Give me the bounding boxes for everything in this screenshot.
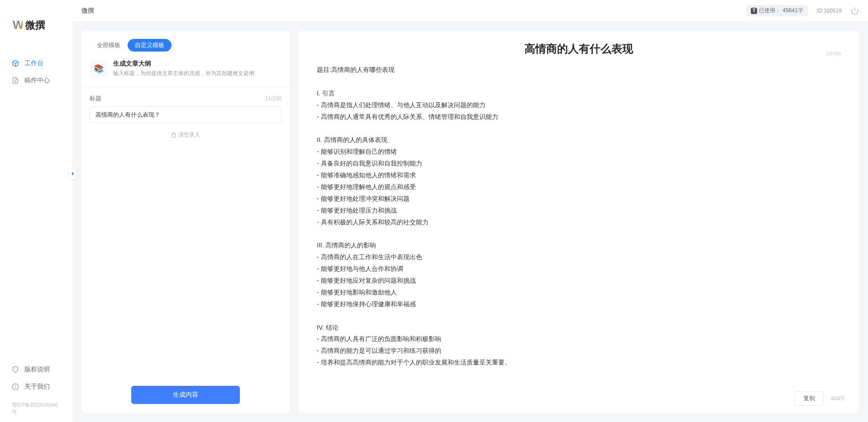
nav-copyright[interactable]: 版权说明 bbox=[0, 361, 72, 378]
title-counter: 11/100 bbox=[265, 95, 281, 102]
tab-all-templates[interactable]: 全部模板 bbox=[90, 39, 128, 52]
template-desc: 输入标题，为你提供文章主体的灵感，并为其创建推文提纲 bbox=[113, 70, 281, 77]
sidebar-collapse-button[interactable] bbox=[69, 168, 76, 179]
output-panel: 高情商的人有什么表现 10/100 题目:高情商的人有哪些表现 I. 引言 - … bbox=[299, 31, 859, 413]
info-icon bbox=[12, 383, 19, 390]
icp-footer: 鄂ICP备2022016946号 bbox=[0, 400, 72, 422]
user-id: ID:100519 bbox=[817, 8, 842, 14]
logo-icon: W bbox=[13, 18, 23, 32]
form-section: 标题 11/100 清空录入 bbox=[81, 95, 290, 386]
page-title: 微撰 bbox=[81, 7, 94, 15]
books-icon: 📚 bbox=[90, 60, 108, 78]
usage-badge[interactable]: T 已使用： 45641字 bbox=[746, 5, 807, 16]
clear-button[interactable]: 清空录入 bbox=[90, 131, 281, 139]
logo-text: 微撰 bbox=[25, 19, 45, 32]
cube-icon bbox=[12, 60, 19, 67]
shield-icon bbox=[12, 366, 19, 373]
generate-button[interactable]: 生成内容 bbox=[131, 386, 240, 404]
word-count: 404字 bbox=[831, 395, 845, 403]
main-area: 微撰 T 已使用： 45641字 ID:100519 全部模板 自定义模板 bbox=[72, 0, 868, 422]
content: 全部模板 自定义模板 📚 生成文章大纲 输入标题，为你提供文章主体的灵感，并为其… bbox=[72, 22, 868, 422]
template-title: 生成文章大纲 bbox=[113, 60, 281, 68]
tab-custom-templates[interactable]: 自定义模板 bbox=[128, 39, 172, 52]
svg-point-5 bbox=[15, 385, 16, 385]
document-icon bbox=[12, 77, 19, 84]
document-body[interactable]: 题目:高情商的人有哪些表现 I. 引言 - 高情商是指人们处理情绪、与他人互动以… bbox=[299, 64, 859, 387]
usage-value: 45641字 bbox=[782, 7, 803, 14]
clear-label: 清空录入 bbox=[178, 131, 200, 139]
template-card: 📚 生成文章大纲 输入标题，为你提供文章主体的灵感，并为其创建推文提纲 bbox=[81, 60, 290, 87]
text-icon: T bbox=[751, 8, 757, 14]
title-input[interactable] bbox=[90, 106, 281, 123]
document-title[interactable]: 高情商的人有什么表现 bbox=[525, 42, 633, 56]
nav-label: 版权说明 bbox=[24, 365, 50, 374]
trash-icon bbox=[171, 133, 176, 138]
logo: W 微撰 bbox=[0, 0, 72, 46]
nav-workspace[interactable]: 工作台 bbox=[0, 55, 72, 72]
usage-prefix: 已使用： bbox=[759, 7, 781, 14]
sidebar: W 微撰 工作台 稿件中心 版权说明 bbox=[0, 0, 72, 422]
template-tabs: 全部模板 自定义模板 bbox=[81, 39, 290, 52]
copy-button[interactable]: 复制 bbox=[795, 391, 824, 406]
title-label: 标题 bbox=[90, 95, 101, 103]
document-footer: 复制 404字 bbox=[299, 387, 859, 406]
input-panel: 全部模板 自定义模板 📚 生成文章大纲 输入标题，为你提供文章主体的灵感，并为其… bbox=[81, 31, 290, 413]
doc-title-counter: 10/100 bbox=[825, 51, 841, 56]
topbar: 微撰 T 已使用： 45641字 ID:100519 bbox=[72, 0, 868, 22]
nav-drafts[interactable]: 稿件中心 bbox=[0, 72, 72, 89]
nav-about[interactable]: 关于我们 bbox=[0, 378, 72, 395]
nav-label: 工作台 bbox=[24, 59, 43, 67]
nav-bottom: 版权说明 关于我们 bbox=[0, 361, 72, 400]
power-button[interactable] bbox=[851, 7, 859, 15]
nav-label: 稿件中心 bbox=[24, 76, 50, 85]
nav-label: 关于我们 bbox=[24, 383, 50, 391]
nav-menu: 工作台 稿件中心 bbox=[0, 46, 72, 361]
